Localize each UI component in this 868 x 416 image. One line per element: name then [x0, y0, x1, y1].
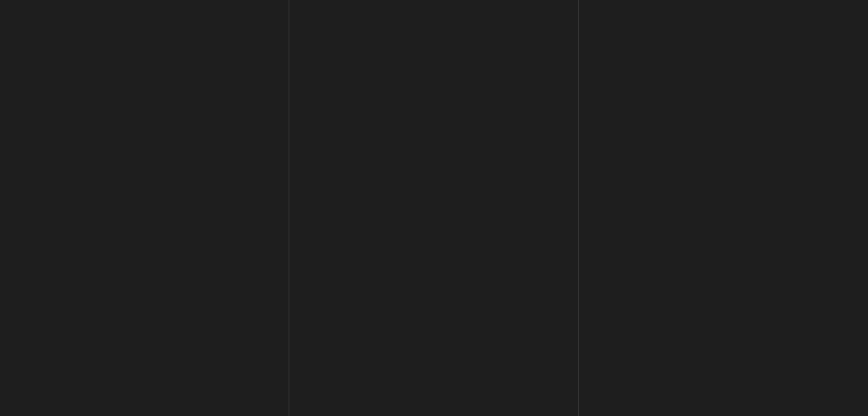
column-3: [579, 0, 868, 416]
column-2: [289, 0, 579, 416]
column-1: [0, 0, 289, 416]
